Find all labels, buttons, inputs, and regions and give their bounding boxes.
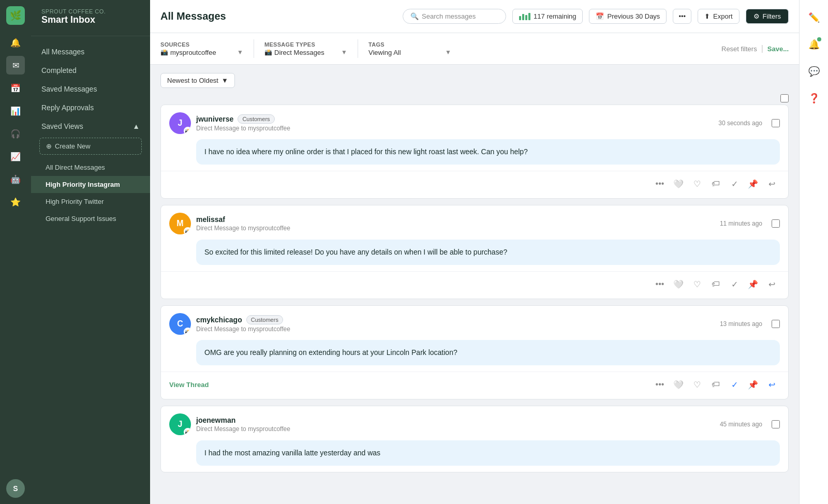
message-bubble: I had the most amazing vanilla latte yes… <box>196 440 780 466</box>
platform-badge: 📸 <box>184 428 191 435</box>
reply-button[interactable]: ↩ <box>763 376 780 393</box>
rail-icon-inbox[interactable]: ✉ <box>6 56 25 75</box>
message-actions: ••• 🤍 ♡ 🏷 ✓ 📌 ↩ <box>161 271 788 299</box>
heart-button[interactable]: ♡ <box>689 276 705 292</box>
rail-icon-reports[interactable]: 📈 <box>6 147 25 166</box>
message-checkbox[interactable] <box>772 119 780 127</box>
user-avatar[interactable]: S <box>6 479 25 498</box>
message-checkbox[interactable] <box>772 219 780 228</box>
view-thread-link[interactable]: View Thread <box>169 381 209 389</box>
sidebar-item-label: All Messages <box>41 48 84 56</box>
like-button[interactable]: 🤍 <box>670 376 687 393</box>
message-bubble: I have no idea where my online order is … <box>196 139 780 165</box>
select-all-checkbox[interactable] <box>780 94 789 102</box>
save-filters-link[interactable]: Save... <box>767 45 789 53</box>
tag-button[interactable]: 🏷 <box>707 175 724 192</box>
pin-button[interactable]: 📌 <box>745 276 761 292</box>
saved-views-section[interactable]: Saved Views ▲ <box>31 117 150 136</box>
sidebar-item-label: Completed <box>41 66 77 75</box>
rail-icon-listening[interactable]: 🎧 <box>6 124 25 143</box>
tag-button[interactable]: 🏷 <box>707 376 724 393</box>
user-tag: Customers <box>238 114 274 124</box>
tag-button[interactable]: 🏷 <box>707 276 724 292</box>
chevron-down-icon: ▼ <box>237 49 243 56</box>
sidebar-sub-item-label: All Direct Messages <box>46 164 105 171</box>
sort-select[interactable]: Newest to Oldest ▼ <box>160 73 235 88</box>
help-button[interactable]: ❓ <box>805 89 823 108</box>
search-box[interactable]: 🔍 Search messages <box>403 9 506 24</box>
notifications-button[interactable]: 🔔 <box>805 35 823 54</box>
chevron-down-icon-2: ▼ <box>341 49 347 56</box>
filter-divider-1 <box>254 39 254 58</box>
username: joenewman <box>196 416 235 424</box>
sidebar-navigation: All Messages Completed Saved Messages Re… <box>31 36 150 238</box>
compose-button[interactable]: ✏️ <box>805 8 823 27</box>
export-icon: ⬆ <box>704 12 710 20</box>
sidebar-sub-item-high-priority-twitter[interactable]: High Priority Twitter <box>31 193 150 210</box>
date-range-label: Previous 30 Days <box>607 12 660 20</box>
pin-button[interactable]: 📌 <box>745 175 761 192</box>
user-row: jwuniverse Customers <box>196 114 713 124</box>
heart-button[interactable]: ♡ <box>689 175 705 192</box>
date-range-button[interactable]: 📅 Previous 30 Days <box>589 9 667 24</box>
heart-button[interactable]: ♡ <box>689 376 705 393</box>
rail-icon-analytics[interactable]: 📊 <box>6 101 25 120</box>
ellipsis-icon: ••• <box>678 12 686 20</box>
complete-button[interactable]: ✓ <box>726 276 743 292</box>
filters-button[interactable]: ⚙ Filters <box>746 9 789 24</box>
reply-button[interactable]: ↩ <box>763 175 780 192</box>
sidebar-sub-item-high-priority-instagram[interactable]: High Priority Instagram <box>31 176 150 193</box>
saved-views-list: ⊕ Create New All Direct Messages High Pr… <box>31 138 150 231</box>
remaining-button[interactable]: 117 remaining <box>512 9 583 24</box>
sidebar-sub-item-all-direct-messages[interactable]: All Direct Messages <box>31 159 150 176</box>
more-action-button[interactable]: ••• <box>652 276 668 292</box>
rail-icon-notifications[interactable]: 🔔 <box>6 33 25 52</box>
complete-button[interactable]: ✓ <box>726 376 743 393</box>
sidebar-item-reply-approvals[interactable]: Reply Approvals <box>31 98 150 117</box>
more-options-button[interactable]: ••• <box>673 9 691 24</box>
sidebar-header: Sprout Coffee Co. Smart Inbox <box>31 0 150 36</box>
rail-icon-automation[interactable]: 🤖 <box>6 170 25 188</box>
pin-button[interactable]: 📌 <box>745 376 761 393</box>
message-bubble: So excited for this limited release! Do … <box>196 240 780 265</box>
like-button[interactable]: 🤍 <box>670 175 687 192</box>
reset-filters-link[interactable]: Reset filters <box>721 45 757 53</box>
sidebar-sub-item-general-support[interactable]: General Support Issues <box>31 210 150 227</box>
more-action-button[interactable]: ••• <box>652 175 668 192</box>
sidebar-sub-item-label: High Priority Twitter <box>46 198 103 205</box>
message-header: J 📸 jwuniverse Customers Direct Message … <box>161 105 788 139</box>
notification-dot <box>817 37 821 41</box>
export-button[interactable]: ⬆ Export <box>698 9 740 24</box>
message-checkbox[interactable] <box>772 320 780 328</box>
sidebar-item-all-messages[interactable]: All Messages <box>31 42 150 61</box>
message-types-filter[interactable]: Message Types 📸 Direct Messages ▼ <box>264 41 347 56</box>
avatar: C 📸 <box>169 313 191 335</box>
chat-button[interactable]: 💬 <box>805 62 823 81</box>
message-subtitle: Direct Message to mysproutcoffee <box>196 425 715 433</box>
tags-filter[interactable]: Tags Viewing All ▼ <box>368 41 451 56</box>
message-card: C 📸 cmykchicago Customers Direct Message… <box>160 305 789 399</box>
reply-button[interactable]: ↩ <box>763 276 780 292</box>
message-header: J 📸 joenewman Direct Message to mysprout… <box>161 406 788 440</box>
like-button[interactable]: 🤍 <box>670 276 687 292</box>
avatar: J 📸 <box>169 112 191 134</box>
message-time: 30 seconds ago <box>718 120 762 127</box>
search-placeholder: Search messages <box>422 12 476 20</box>
complete-button[interactable]: ✓ <box>726 175 743 192</box>
company-name: Sprout Coffee Co. <box>41 8 140 14</box>
message-checkbox[interactable] <box>772 420 780 428</box>
more-action-button[interactable]: ••• <box>652 376 668 393</box>
tags-label: Tags <box>368 41 451 48</box>
avatar: J 📸 <box>169 413 191 435</box>
user-row: joenewman <box>196 416 715 424</box>
create-new-button[interactable]: ⊕ Create New <box>39 138 142 155</box>
message-bubble: OMG are you really planning on extending… <box>196 340 780 365</box>
saved-views-label: Saved Views <box>41 122 83 130</box>
sidebar-item-completed[interactable]: Completed <box>31 61 150 80</box>
search-icon: 🔍 <box>410 12 419 20</box>
rail-icon-star[interactable]: ⭐ <box>6 192 25 211</box>
username: melissaf <box>196 215 225 224</box>
sidebar-item-saved-messages[interactable]: Saved Messages <box>31 80 150 98</box>
sources-filter[interactable]: Sources 📸 mysproutcoffee ▼ <box>160 41 243 56</box>
rail-icon-publishing[interactable]: 📅 <box>6 79 25 97</box>
